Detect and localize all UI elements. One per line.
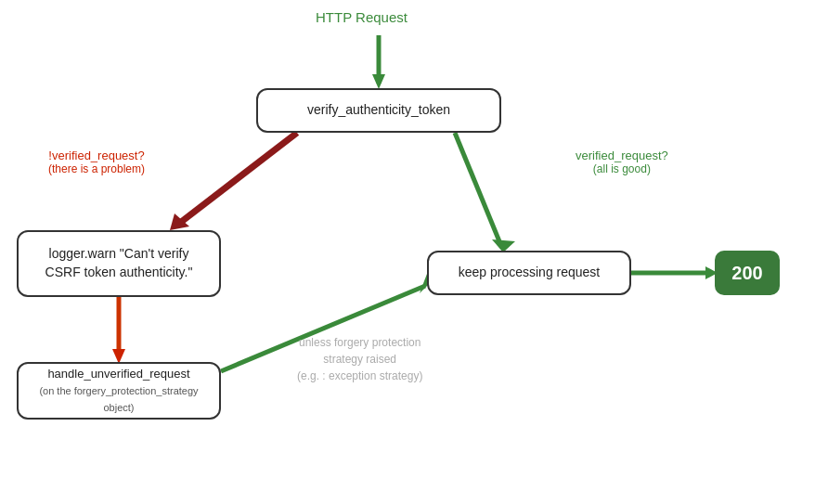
not-verified-label: !verified_request? (there is a problem) bbox=[48, 149, 145, 175]
http-request-label: HTTP Request bbox=[316, 9, 408, 25]
svg-line-4 bbox=[176, 133, 297, 226]
handle-unverified-node: handle_unverified_request(on the forgery… bbox=[17, 362, 221, 420]
logger-node: logger.warn "Can't verify CSRF token aut… bbox=[17, 230, 221, 297]
verify-node: verify_authenticity_token bbox=[256, 88, 501, 133]
diagram: HTTP Request verify_authenticity_token !… bbox=[0, 0, 828, 504]
svg-marker-5 bbox=[170, 213, 189, 230]
verified-label: verified_request? (all is good) bbox=[576, 149, 668, 175]
keep-processing-node: keep processing request bbox=[427, 251, 631, 295]
unless-label: unless forgery protection strategy raise… bbox=[297, 334, 422, 384]
status-200-node: 200 bbox=[715, 251, 780, 295]
svg-line-2 bbox=[455, 133, 501, 246]
svg-marker-1 bbox=[372, 74, 385, 89]
